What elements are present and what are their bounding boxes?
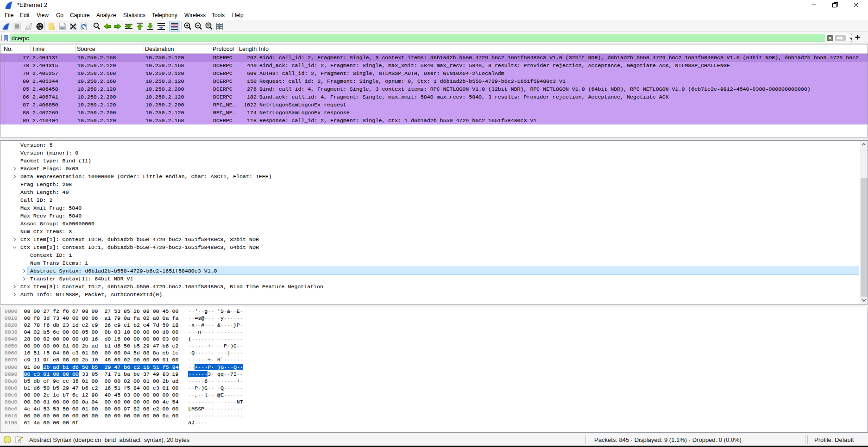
svg-text:010: 010 xyxy=(61,27,65,29)
